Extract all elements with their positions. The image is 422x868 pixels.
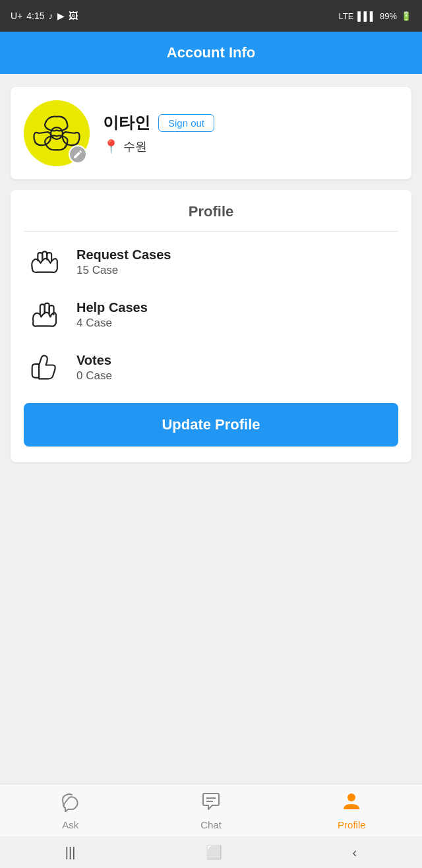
user-info: 이타인 Sign out 📍 수원 [103,112,214,154]
svg-point-0 [51,127,63,139]
user-location: 📍 수원 [103,139,214,154]
votes-label: Votes [76,353,112,368]
avatar-wrap [24,100,90,166]
music-icon: ♪ [49,11,53,21]
android-nav-bar: ||| ⬜ ‹ [0,836,422,868]
help-cases-icon [24,295,63,334]
svg-point-3 [347,793,355,801]
status-right: LTE ▌▌▌ 89% 🔋 [338,11,411,21]
user-name-row: 이타인 Sign out [103,112,214,133]
battery-text: 89% [380,11,397,21]
android-home-icon: ⬜ [206,844,222,860]
location-icon: 📍 [103,139,119,154]
user-name: 이타인 [103,112,150,133]
chat-tab-label: Chat [200,819,222,830]
signal-icon: ▌▌▌ [357,11,376,21]
profile-tab-label: Profile [338,819,366,830]
location-text: 수원 [123,139,147,154]
help-cases-value: 4 Case [76,317,148,330]
ask-tab-label: Ask [62,819,78,830]
android-back-icon: ‹ [353,845,357,860]
stat-item-votes: Votes 0 Case [24,348,398,387]
votes-value: 0 Case [76,369,112,383]
request-cases-value: 15 Case [76,264,171,277]
status-left: U+ 4:15 ♪ ▶ 🖼 [11,11,78,21]
profile-icon [341,791,362,817]
request-cases-label: Request Cases [76,247,171,263]
carrier-text: U+ [11,11,22,21]
chat-icon [200,791,222,817]
update-profile-button[interactable]: Update Profile [24,403,398,447]
app-header: Account Info [0,32,422,74]
stat-item-request: Request Cases 15 Case [24,242,398,282]
profile-section-title: Profile [11,190,411,231]
status-bar: U+ 4:15 ♪ ▶ 🖼 LTE ▌▌▌ 89% 🔋 [0,0,422,32]
votes-text: Votes 0 Case [76,353,112,383]
user-card: 이타인 Sign out 📍 수원 [11,87,411,179]
help-cases-label: Help Cases [76,300,148,315]
tab-profile[interactable]: Profile [282,784,422,836]
android-menu-icon: ||| [65,845,76,860]
lte-icon: LTE [338,11,353,21]
time-text: 4:15 [26,11,44,21]
stat-item-help: Help Cases 4 Case [24,295,398,334]
main-content: 이타인 Sign out 📍 수원 Profile [0,74,422,476]
edit-badge[interactable] [69,145,87,164]
votes-icon [24,348,63,387]
help-cases-text: Help Cases 4 Case [76,300,148,330]
play-icon: ▶ [57,11,65,21]
tab-ask[interactable]: Ask [0,784,140,836]
bottom-navigation: Ask Chat Profile [0,784,422,868]
nav-tabs: Ask Chat Profile [0,784,422,836]
stats-list: Request Cases 15 Case Help Cases [11,232,411,398]
header-title: Account Info [167,44,255,61]
profile-section: Profile Request Cases 15 Case [11,190,411,462]
ask-icon [60,791,81,817]
tab-chat[interactable]: Chat [140,784,281,836]
battery-icon: 🔋 [401,11,411,21]
request-cases-text: Request Cases 15 Case [76,247,171,277]
sign-out-button[interactable]: Sign out [158,114,214,132]
request-cases-icon [24,242,63,282]
image-icon: 🖼 [69,11,78,21]
